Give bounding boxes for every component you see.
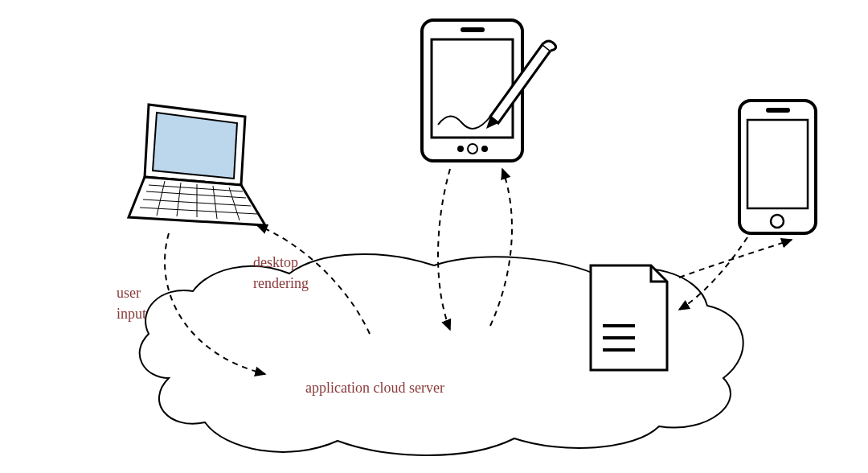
server-icon (591, 265, 667, 370)
svg-point-17 (481, 146, 488, 152)
svg-point-15 (457, 146, 464, 152)
label-user-input-1: user (117, 283, 141, 303)
diagram-canvas (0, 0, 868, 473)
arrow-phone-up (679, 240, 792, 278)
laptop-icon (129, 105, 265, 225)
smartphone-icon (739, 101, 816, 233)
svg-rect-20 (766, 108, 790, 113)
arrow-tablet-up (490, 169, 512, 326)
label-cloud-server: application cloud server (305, 378, 444, 398)
arrow-user-input (165, 233, 265, 374)
svg-rect-19 (747, 120, 808, 208)
svg-rect-14 (461, 27, 485, 32)
label-desktop-2: rendering (253, 274, 309, 294)
arrow-tablet-down (438, 169, 450, 330)
label-desktop-1: desktop (253, 253, 298, 273)
label-user-input-2: input (117, 304, 146, 324)
tablet-icon (422, 20, 556, 161)
svg-rect-13 (432, 39, 513, 138)
